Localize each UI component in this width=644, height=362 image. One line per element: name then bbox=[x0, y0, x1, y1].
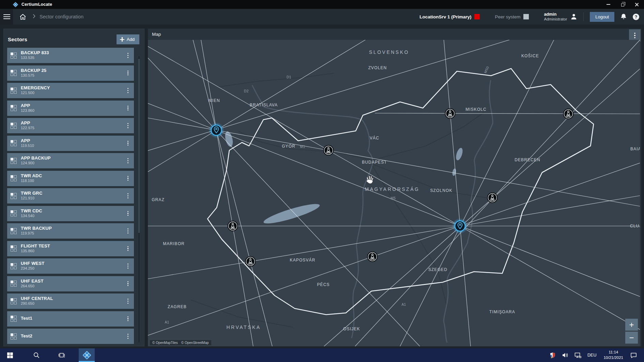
sector-grid-icon bbox=[11, 123, 17, 129]
sector-frequency: 264.650 bbox=[21, 284, 44, 288]
sector-texts: Test1 bbox=[21, 316, 32, 321]
sector-list-item[interactable]: APP BACKUP124.900 bbox=[7, 153, 134, 168]
sector-list-item[interactable]: UHF CENTRAL290.650 bbox=[7, 293, 134, 309]
map-label: PÉCS bbox=[317, 282, 329, 287]
sector-row-menu-button[interactable] bbox=[125, 156, 131, 165]
taskbar-date: 10/21/2021 bbox=[603, 355, 623, 361]
home-button[interactable] bbox=[17, 11, 29, 22]
location-marker[interactable] bbox=[209, 123, 224, 138]
sector-list-item[interactable]: Test1 bbox=[7, 311, 134, 327]
header-divider bbox=[583, 12, 584, 21]
tower-marker[interactable] bbox=[445, 108, 456, 119]
sidebar-scrollbar-thumb[interactable] bbox=[138, 59, 140, 233]
user-name: admin bbox=[544, 12, 567, 17]
volume-tray-button[interactable] bbox=[560, 352, 570, 358]
security-tray-button[interactable] bbox=[548, 352, 558, 358]
sector-texts: APP119.510 bbox=[21, 138, 34, 148]
map-road bbox=[218, 73, 334, 87]
sector-list-item[interactable]: TWR CDC134.540 bbox=[7, 206, 134, 221]
sector-list-item[interactable]: UHF EAST264.650 bbox=[7, 276, 134, 291]
zoom-out-button[interactable]: − bbox=[625, 332, 638, 344]
sector-list-item[interactable]: BACKUP 25130.575 bbox=[7, 65, 134, 81]
map-label: BUDAPEST bbox=[362, 160, 387, 165]
map-lake bbox=[452, 168, 457, 176]
restore-button[interactable] bbox=[615, 0, 630, 9]
tower-marker[interactable] bbox=[245, 256, 256, 267]
map-label: GYŐR bbox=[282, 144, 295, 149]
sector-name: APP bbox=[21, 121, 34, 126]
sector-list-item[interactable]: APP123.860 bbox=[7, 101, 134, 116]
close-button[interactable] bbox=[630, 0, 644, 9]
sector-list-item[interactable]: Test2 bbox=[7, 329, 134, 344]
sector-row-menu-button[interactable] bbox=[125, 332, 131, 341]
sector-row-menu-button[interactable] bbox=[125, 69, 131, 78]
header-bar: Sector configuration LocationSrv 1 (Prim… bbox=[13, 9, 644, 25]
sector-list-item[interactable]: FLIGHT TEST135.860 bbox=[7, 241, 134, 256]
sector-list-item[interactable]: APP122.975 bbox=[7, 118, 134, 133]
sector-row-menu-button[interactable] bbox=[125, 279, 131, 288]
taskbar-search-button[interactable] bbox=[28, 348, 44, 362]
map-river bbox=[252, 85, 373, 338]
sector-row-menu-button[interactable] bbox=[125, 86, 131, 95]
sector-row-menu-button[interactable] bbox=[125, 104, 131, 113]
sidebar-scrollbar[interactable] bbox=[138, 56, 140, 343]
map-label: KOŠICE bbox=[521, 53, 539, 58]
tower-marker[interactable] bbox=[487, 193, 498, 203]
sector-list-item[interactable]: TWR BACKUP119.975 bbox=[7, 223, 134, 239]
network-tray-button[interactable] bbox=[573, 352, 583, 358]
sector-list-item[interactable]: TWR ADC118.100 bbox=[7, 171, 134, 186]
start-button[interactable] bbox=[2, 348, 18, 362]
map-label: MAGYARORSZÁG bbox=[365, 186, 420, 192]
sector-row-menu-button[interactable] bbox=[125, 209, 131, 218]
sector-frequency: 118.100 bbox=[21, 179, 42, 183]
user-block[interactable]: admin Administrator bbox=[544, 12, 577, 21]
map-title: Map bbox=[152, 32, 161, 37]
tower-marker[interactable] bbox=[563, 109, 574, 119]
sector-list-item[interactable]: EMERGENCY121.500 bbox=[7, 83, 134, 98]
location-marker[interactable] bbox=[453, 218, 467, 233]
sector-row-menu-button[interactable] bbox=[125, 226, 131, 236]
sector-row-menu-button[interactable] bbox=[125, 297, 131, 306]
language-indicator[interactable]: DEU bbox=[585, 353, 598, 358]
taskbar-app-certiumlocate[interactable] bbox=[79, 348, 95, 362]
attribution-openmaptiles[interactable]: © OpenMapTiles bbox=[152, 341, 178, 345]
minimize-button[interactable] bbox=[601, 0, 615, 9]
sector-row-menu-button[interactable] bbox=[125, 121, 131, 130]
sector-name: BACKUP 25 bbox=[21, 68, 46, 73]
taskbar-clock[interactable]: 11:14 10/21/2021 bbox=[601, 350, 626, 360]
map-road bbox=[372, 112, 484, 160]
sector-list-item[interactable]: APP119.510 bbox=[7, 136, 134, 151]
add-sector-button[interactable]: Add bbox=[117, 34, 139, 44]
sector-row-menu-button[interactable] bbox=[125, 51, 131, 60]
map[interactable]: SLOVENSKOMAGYARORSZÁGHRVATSKAKOŠICEZVOLE… bbox=[148, 40, 640, 346]
menu-button[interactable] bbox=[3, 9, 13, 25]
map-label: A1 bbox=[165, 320, 169, 324]
task-view-button[interactable] bbox=[54, 348, 70, 362]
map-canvas: SLOVENSKOMAGYARORSZÁGHRVATSKAKOŠICEZVOLE… bbox=[148, 40, 640, 346]
tower-marker[interactable] bbox=[323, 145, 334, 156]
sector-row-menu-button[interactable] bbox=[125, 261, 131, 271]
sector-list-item[interactable]: UHF WEST234.250 bbox=[7, 258, 134, 274]
sector-row-menu-button[interactable] bbox=[125, 139, 131, 148]
sector-list-item[interactable]: BACKUP 833133.535 bbox=[7, 48, 134, 63]
sector-row-menu-button[interactable] bbox=[125, 244, 131, 253]
bell-icon bbox=[620, 13, 627, 20]
tower-marker[interactable] bbox=[228, 221, 238, 231]
system-tray: DEU 11:14 10/21/2021 bbox=[548, 348, 644, 362]
notifications-button[interactable] bbox=[620, 13, 627, 20]
sector-grid-icon bbox=[11, 88, 17, 94]
sector-row-menu-button[interactable] bbox=[125, 191, 131, 200]
sector-list-item[interactable]: TWR GRC121.910 bbox=[7, 188, 134, 203]
sector-grid-icon bbox=[11, 281, 17, 287]
sector-row-menu-button[interactable] bbox=[125, 174, 131, 183]
attribution-openstreetmap[interactable]: © OpenStreetMap bbox=[181, 341, 209, 345]
sector-grid-icon bbox=[11, 245, 17, 252]
sector-row-menu-button[interactable] bbox=[125, 314, 131, 323]
tower-marker[interactable] bbox=[367, 252, 378, 262]
zoom-in-button[interactable]: + bbox=[625, 319, 638, 331]
help-button[interactable] bbox=[633, 14, 639, 20]
action-center-button[interactable] bbox=[628, 352, 639, 358]
sector-texts: APP122.975 bbox=[21, 121, 34, 130]
logout-button[interactable]: Logout bbox=[590, 12, 614, 22]
sector-grid-icon bbox=[11, 193, 17, 199]
